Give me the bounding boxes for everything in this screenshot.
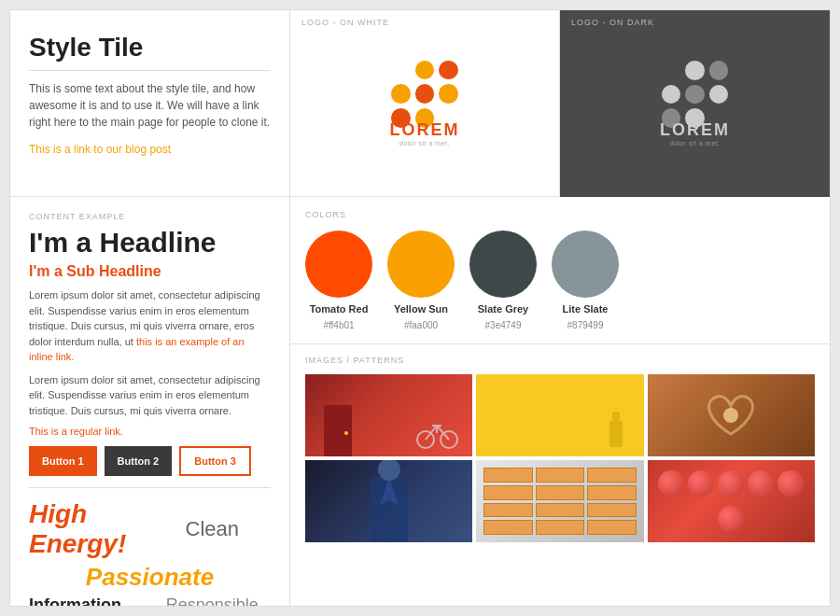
heart-visual xyxy=(648,374,815,456)
button-1[interactable]: Button 1 xyxy=(29,446,97,476)
image-yellow xyxy=(476,374,643,456)
content-label: CONTENT EXAMPLE xyxy=(29,212,271,221)
typo-information: Information xyxy=(29,595,147,606)
bike-icon xyxy=(416,416,458,449)
colors-section: COLORS Tomato Red #ff4b01 Yellow Sun #fa… xyxy=(290,197,830,344)
color-circle-lite-slate xyxy=(552,231,619,298)
tomato-1 xyxy=(658,470,684,497)
svg-rect-7 xyxy=(609,421,623,447)
image-hands xyxy=(648,374,815,456)
image-building xyxy=(476,460,643,542)
section-divider xyxy=(29,487,271,488)
color-hex-lite-slate: #879499 xyxy=(567,320,604,330)
typo-high-energy: High Energy! xyxy=(29,499,147,559)
typo-clean: Clean xyxy=(186,517,239,541)
regular-link[interactable]: This is a regular link. xyxy=(29,426,271,437)
image-bike xyxy=(305,374,472,456)
logo-main-text-white: LOREM xyxy=(390,120,460,140)
typo-responsible: Responsible xyxy=(154,595,272,606)
bottle-icon xyxy=(607,412,625,449)
top-left-panel: Style Tile This is some text about the s… xyxy=(10,10,290,197)
content-subheadline: I'm a Sub Headline xyxy=(29,263,271,280)
blog-link[interactable]: This is a link to our blog post xyxy=(29,143,171,156)
logo-white-label: LOGO - ON WHITE xyxy=(301,18,389,27)
svg-rect-6 xyxy=(612,412,620,421)
svg-line-2 xyxy=(426,426,437,440)
suit-icon xyxy=(361,460,417,542)
logo-white-text: LOREM dolor sit a met. xyxy=(390,120,460,147)
tomato-2 xyxy=(688,470,714,497)
tomato-5 xyxy=(777,470,804,497)
typo-passionate: Passionate xyxy=(29,563,271,592)
logo-dark-label: LOGO - ON DARK xyxy=(571,18,654,27)
image-tomatoes xyxy=(648,460,815,542)
door-decoration xyxy=(324,405,352,456)
page-title: Style Tile xyxy=(29,33,271,63)
logo-dark-text: LOREM dolor sit a met. xyxy=(660,120,730,147)
color-item-yellow: Yellow Sun #faa000 xyxy=(387,231,455,330)
typography-grid: High Energy! Clean Passionate Informatio… xyxy=(29,499,271,606)
tomato-6 xyxy=(718,506,744,532)
color-name-lite-slate: Lite Slate xyxy=(563,303,609,315)
color-hex-yellow: #faa000 xyxy=(404,320,438,330)
color-circle-slate-grey xyxy=(469,231,537,298)
images-grid xyxy=(305,374,815,542)
logo-dots-orange xyxy=(391,61,458,117)
images-label: IMAGES / PATTERNS xyxy=(305,356,815,365)
content-body-1: Lorem ipsum dolor sit amet, consectetur … xyxy=(29,287,271,365)
logo-dots-gray xyxy=(662,61,729,117)
color-hex-tomato: #ff4b01 xyxy=(323,320,354,330)
image-suit xyxy=(305,460,472,542)
color-item-slate-grey: Slate Grey #3e4749 xyxy=(469,231,537,330)
content-headline: I'm a Headline xyxy=(29,227,271,258)
color-circle-tomato xyxy=(305,231,372,298)
tomato-4 xyxy=(748,470,774,497)
logo-on-dark-panel: LOGO - ON DARK LOREM dolor sit a met. xyxy=(560,10,830,197)
color-hex-slate-grey: #3e4749 xyxy=(485,320,522,330)
color-item-lite-slate: Lite Slate #879499 xyxy=(552,231,619,330)
color-name-yellow: Yellow Sun xyxy=(394,303,448,315)
logo-main-text-dark: LOREM xyxy=(660,120,730,140)
images-section: IMAGES / PATTERNS xyxy=(290,344,830,606)
bottom-right-panel: COLORS Tomato Red #ff4b01 Yellow Sun #fa… xyxy=(290,197,830,606)
color-name-slate-grey: Slate Grey xyxy=(478,303,528,315)
buttons-row: Button 1 Button 2 Button 3 xyxy=(29,446,271,476)
logo-sub-text-white: dolor sit a met. xyxy=(390,140,460,147)
tomato-group xyxy=(648,460,815,542)
description-text: This is some text about the style tile, … xyxy=(29,80,271,131)
logo-sub-text-dark: dolor sit a met. xyxy=(660,140,730,147)
heart-icon xyxy=(698,387,763,443)
button-3[interactable]: Button 3 xyxy=(179,446,251,476)
button-2[interactable]: Button 2 xyxy=(105,446,173,476)
color-item-tomato: Tomato Red #ff4b01 xyxy=(305,231,372,330)
building-windows xyxy=(476,460,643,542)
colors-grid: Tomato Red #ff4b01 Yellow Sun #faa000 Sl… xyxy=(305,231,815,330)
content-body-2: Lorem ipsum dolor sit amet, consectetur … xyxy=(29,372,271,419)
logo-on-white-panel: LOGO - ON WHITE LOREM dolor sit a met. xyxy=(290,10,560,197)
svg-line-3 xyxy=(437,426,449,440)
color-circle-yellow xyxy=(387,231,455,298)
svg-point-8 xyxy=(723,408,738,423)
tomato-3 xyxy=(718,470,744,497)
content-example-panel: CONTENT EXAMPLE I'm a Headline I'm a Sub… xyxy=(10,197,290,606)
colors-label: COLORS xyxy=(305,210,815,219)
color-name-tomato: Tomato Red xyxy=(310,303,369,315)
main-container: Style Tile This is some text about the s… xyxy=(9,9,831,607)
